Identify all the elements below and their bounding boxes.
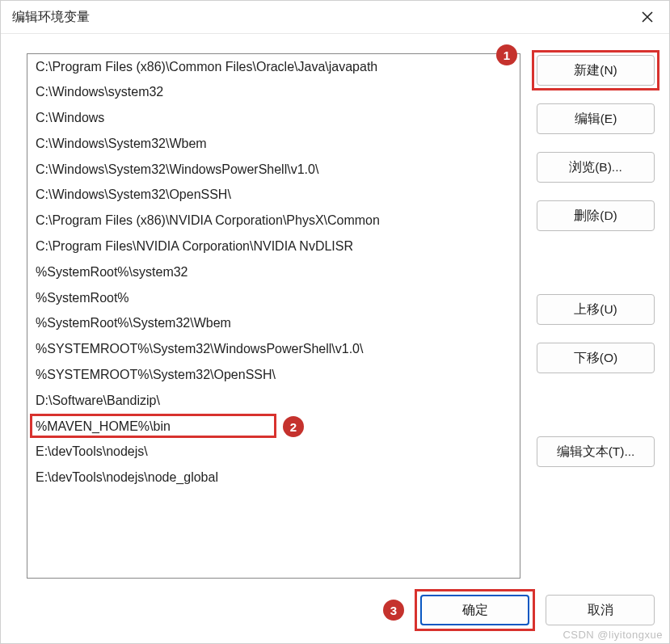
browse-button[interactable]: 浏览(B)... xyxy=(537,152,655,183)
list-item[interactable]: C:\Windows\system32 xyxy=(27,80,520,106)
list-item[interactable]: D:\Software\Bandizip\ xyxy=(27,388,520,414)
list-item[interactable]: %MAVEN_HOME%\bin xyxy=(27,414,520,440)
close-icon xyxy=(642,11,653,23)
dialog-title: 编辑环境变量 xyxy=(12,9,90,26)
list-item[interactable]: %SYSTEMROOT%\System32\OpenSSH\ xyxy=(27,363,520,389)
list-item[interactable]: C:\Windows\System32\OpenSSH\ xyxy=(27,183,520,208)
edittext-button[interactable]: 编辑文本(T)... xyxy=(537,436,655,467)
env-var-dialog: 编辑环境变量 C:\Program Files (x86)\Common Fil… xyxy=(0,0,670,644)
spacer xyxy=(537,249,655,276)
list-item[interactable]: C:\Program Files (x86)\Common Files\Orac… xyxy=(27,54,520,80)
list-item[interactable]: %SystemRoot% xyxy=(27,285,520,311)
moveup-button[interactable]: 上移(U) xyxy=(537,294,655,325)
new-button[interactable]: 新建(N) xyxy=(537,55,655,86)
buttons-column: 新建(N) 编辑(E) 浏览(B)... 删除(D) 上移(U) 下移(O) 编… xyxy=(537,53,655,579)
dialog-footer: 3 确定 取消 CSDN @liyitongxue xyxy=(1,587,669,643)
ok-button[interactable]: 确定 xyxy=(420,595,529,625)
list-item[interactable]: %SYSTEMROOT%\System32\WindowsPowerShell\… xyxy=(27,337,520,363)
edit-button[interactable]: 编辑(E) xyxy=(537,103,655,134)
dialog-body: C:\Program Files (x86)\Common Files\Orac… xyxy=(1,34,669,587)
annotation-badge-3: 3 xyxy=(383,600,404,621)
movedown-button[interactable]: 下移(O) xyxy=(537,343,655,373)
list-item[interactable]: C:\Windows xyxy=(27,106,520,132)
watermark: CSDN @liyitongxue xyxy=(563,629,663,641)
titlebar: 编辑环境变量 xyxy=(1,1,669,34)
path-listbox[interactable]: C:\Program Files (x86)\Common Files\Orac… xyxy=(27,53,520,579)
spacer xyxy=(537,391,655,419)
list-item[interactable]: E:\devTools\nodejs\ xyxy=(27,440,520,465)
list-item[interactable]: %SystemRoot%\System32\Wbem xyxy=(27,311,520,337)
list-item[interactable]: C:\Program Files\NVIDIA Corporation\NVID… xyxy=(27,234,520,260)
list-item[interactable]: C:\Program Files (x86)\NVIDIA Corporatio… xyxy=(27,208,520,234)
cancel-button[interactable]: 取消 xyxy=(546,595,655,625)
list-item[interactable]: C:\Windows\System32\Wbem xyxy=(27,131,520,157)
close-button[interactable] xyxy=(634,6,661,28)
list-item[interactable]: %SystemRoot%\system32 xyxy=(27,259,520,285)
delete-button[interactable]: 删除(D) xyxy=(537,200,655,231)
list-item[interactable]: C:\Windows\System32\WindowsPowerShell\v1… xyxy=(27,157,520,183)
list-item[interactable]: E:\devTools\nodejs\node_global xyxy=(27,465,520,491)
